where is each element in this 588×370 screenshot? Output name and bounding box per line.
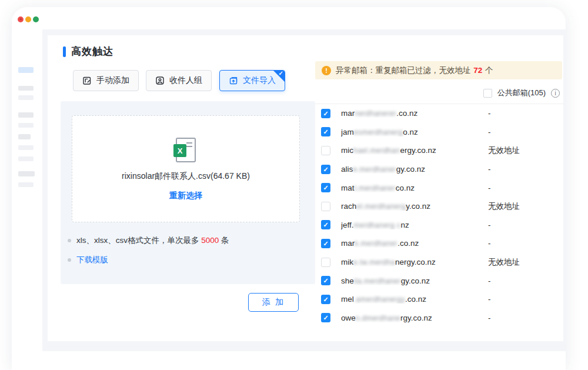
sidebar-item[interactable] (18, 134, 31, 139)
sidebar-item[interactable] (18, 112, 34, 118)
upload-panel: X rixinsolar邮件联系人.csv(64.67 KB) 重新选择 xls… (61, 101, 315, 284)
email-status: 无效地址 (488, 201, 520, 212)
tab-manual-add[interactable]: 手动添加 (73, 70, 139, 91)
email-checkbox[interactable] (321, 165, 330, 174)
edit-square-icon (82, 76, 92, 85)
email-checkbox[interactable] (321, 146, 330, 155)
close-button[interactable]: × (18, 16, 24, 22)
email-address: sheila.merdhanergy.co.nz (341, 276, 488, 285)
window-controls: × (18, 16, 39, 22)
page-title: 高效触达 (71, 45, 113, 58)
bullet-dot (68, 258, 71, 262)
obscured-email-part: e.merdhaner (353, 165, 396, 174)
recipient-group-icon (155, 76, 165, 85)
email-row: marnerdhanerer.co.nz - (315, 104, 563, 123)
email-address: mark.merdhaner.co.nz (341, 239, 488, 248)
excel-icon-badge: X (173, 144, 186, 157)
sidebar-skeleton (12, 29, 42, 370)
email-status: - (488, 221, 491, 229)
email-checkbox[interactable] (321, 276, 330, 285)
maximize-button[interactable] (33, 16, 39, 22)
invalid-count: 72 (473, 66, 482, 75)
email-row: michael.merdhanergy.co.nz 无效地址 (315, 141, 563, 160)
email-status: - (488, 109, 491, 118)
abnormal-mailbox-banner: ! 异常邮箱：重复邮箱已过滤，无效地址 72 个 (315, 61, 562, 79)
email-checkbox[interactable] (321, 295, 330, 304)
banner-text: 异常邮箱：重复邮箱已过滤，无效地址 72 个 (336, 65, 493, 76)
obscured-email-part: hael.merdhan (353, 146, 400, 155)
format-hint-text: xls、xlsx、csv格式文件，单次最多 5000 条 (76, 235, 229, 246)
email-status: - (488, 239, 491, 248)
obscured-email-part: e.tw.merdha (353, 258, 395, 266)
obscured-email-part: nerdhanerer (355, 109, 396, 118)
email-address: rachel.merdhanergy.co.nz (341, 202, 488, 211)
email-row: sheila.merdhanergy.co.nz - (315, 271, 563, 290)
reselect-link[interactable]: 重新选择 (169, 191, 202, 201)
public-mailbox-checkbox[interactable] (483, 89, 492, 98)
email-address: jeff.merdhanerg cnz (341, 221, 488, 229)
email-address: michael.merdhanergy.co.nz (341, 146, 488, 155)
email-checkbox[interactable] (321, 239, 330, 248)
email-checkbox[interactable] (321, 183, 330, 192)
bullet-dot (68, 239, 71, 242)
email-checkbox[interactable] (321, 202, 330, 211)
check-icon: ✓ (279, 70, 283, 76)
title-accent-bar (63, 46, 66, 57)
content-card: 高效触达 手动添加 收件人组 文件导入 (48, 35, 563, 341)
email-list: marnerdhanerer.co.nz - jamesmerdhanergo.… (315, 104, 563, 327)
excel-icon-line (186, 146, 192, 147)
email-row: alise.merdhanergy.co.nz - (315, 160, 563, 179)
tab-label: 文件导入 (243, 75, 276, 86)
email-address: owen.dmerdhanergy.co.nz (341, 314, 488, 322)
obscured-email-part: merdhanerg c (354, 221, 401, 229)
warning-icon: ! (322, 66, 331, 75)
sidebar-item[interactable] (18, 86, 34, 91)
obscured-email-part: n.dmerdhane (356, 314, 400, 322)
email-address: alise.merdhanergy.co.nz (341, 165, 488, 174)
email-status: - (488, 276, 491, 285)
email-row: mike.tw.merdhanergy.co.nz 无效地址 (315, 253, 563, 272)
add-button[interactable]: 添 加 (248, 293, 299, 312)
obscured-email-part: ila.merdhaner (354, 277, 401, 285)
file-dropzone[interactable]: X rixinsolar邮件联系人.csv(64.67 KB) 重新选择 (72, 115, 300, 222)
obscured-email-part: el.merdhanerg (356, 202, 406, 211)
email-row: jamesmerdhanergo.nz - (315, 123, 563, 142)
tab-recipient-group[interactable]: 收件人组 (146, 70, 212, 91)
obscured-email-part: esmerdhanerg (354, 128, 403, 136)
sidebar-item[interactable] (18, 156, 34, 161)
email-address: jamesmerdhanergo.nz (341, 128, 488, 136)
email-row: rachel.merdhanergy.co.nz 无效地址 (315, 197, 563, 216)
obscured-email-part: .amerdhanergy (354, 295, 405, 304)
sidebar-item[interactable] (18, 145, 34, 150)
email-status: 无效地址 (488, 145, 520, 156)
email-row: owen.dmerdhanergy.co.nz - (315, 309, 563, 328)
email-checkbox[interactable] (321, 127, 330, 136)
email-checkbox[interactable] (321, 313, 330, 322)
email-address: mel.amerdhanergy.co.nz (341, 295, 488, 304)
page-header: 高效触达 (63, 45, 113, 58)
email-checkbox[interactable] (321, 109, 330, 118)
download-template-link[interactable]: 下载模版 (76, 255, 108, 265)
uploaded-filename: rixinsolar邮件联系人.csv(64.67 KB) (122, 171, 250, 182)
tab-label: 手动添加 (96, 75, 129, 86)
sidebar-item[interactable] (18, 182, 34, 187)
obscured-email-part: k.merdhaner (355, 239, 397, 248)
info-icon[interactable]: i (551, 89, 560, 98)
minimize-button[interactable] (25, 16, 31, 22)
email-address: marnerdhanerer.co.nz (341, 109, 488, 118)
email-row: matt.merdhanerco.nz - (315, 178, 563, 197)
email-checkbox[interactable] (321, 258, 330, 267)
tab-file-import[interactable]: 文件导入 ✓ (219, 70, 285, 91)
sidebar-item[interactable] (18, 171, 35, 176)
email-row: mark.merdhaner.co.nz - (315, 234, 563, 253)
tab-label: 收件人组 (169, 75, 202, 86)
public-mailbox-row: 公共邮箱(105) i (483, 87, 560, 99)
email-checkbox[interactable] (321, 220, 330, 229)
sidebar-item[interactable] (18, 95, 34, 100)
excel-icon-line (186, 142, 192, 144)
sidebar-item-active[interactable] (18, 67, 34, 73)
download-template-row: 下载模版 (68, 255, 108, 265)
sidebar-item[interactable] (18, 123, 34, 128)
app-window: × 高效触达 手动添加 (12, 7, 566, 370)
file-import-icon (229, 76, 238, 85)
